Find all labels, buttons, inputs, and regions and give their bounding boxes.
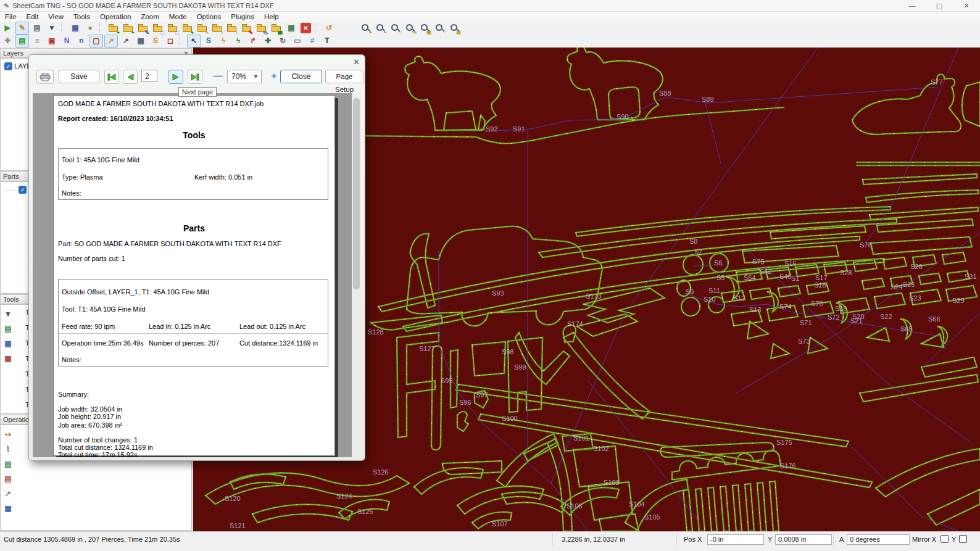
zoom-in-icon[interactable]: + xyxy=(359,22,373,35)
show-rapids-icon[interactable]: ◻ xyxy=(164,35,177,48)
cut-path[interactable] xyxy=(860,375,978,402)
cut-path[interactable] xyxy=(745,484,754,531)
rotate-part-icon[interactable]: ↻ xyxy=(276,35,289,48)
menu-plugins[interactable]: Plugins xyxy=(226,13,259,20)
cut-path[interactable] xyxy=(962,82,980,126)
layer-checkbox[interactable]: ✓ xyxy=(4,62,12,70)
cut-path[interactable] xyxy=(472,342,505,376)
cut-path[interactable] xyxy=(405,56,500,130)
part-checkbox[interactable]: ✓ xyxy=(19,186,27,194)
cut-path[interactable] xyxy=(567,48,663,120)
cut-path[interactable] xyxy=(876,449,980,497)
menu-edit[interactable]: Edit xyxy=(22,13,44,20)
cut-path[interactable] xyxy=(444,111,476,130)
cut-path[interactable] xyxy=(405,56,500,130)
zoom-window-icon[interactable]: □ xyxy=(389,22,402,35)
cut-path[interactable] xyxy=(852,75,961,135)
print-job-icon[interactable]: ▤ xyxy=(30,22,44,35)
scale-part-icon[interactable]: % xyxy=(255,22,268,35)
first-page-button[interactable] xyxy=(104,70,119,84)
zoom-out-icon[interactable]: − xyxy=(374,22,388,35)
cut-path[interactable] xyxy=(414,468,483,494)
cut-path[interactable] xyxy=(577,314,637,336)
delete-part-icon[interactable]: ✕ xyxy=(301,23,311,33)
cut-path[interactable] xyxy=(403,259,884,331)
print-button[interactable] xyxy=(36,70,54,84)
op-jet-out-icon[interactable]: ↦ xyxy=(1,428,15,441)
page-number-input[interactable]: 2 xyxy=(141,70,157,82)
rubber-band-icon[interactable]: ▭ xyxy=(291,35,304,48)
close-button[interactable]: ✕ xyxy=(953,0,980,11)
cut-path[interactable] xyxy=(871,237,972,254)
cut-path[interactable] xyxy=(747,321,768,339)
menu-operation[interactable]: Operation xyxy=(95,13,136,20)
move-start-icon[interactable]: S xyxy=(202,35,215,48)
cut-path[interactable] xyxy=(457,486,544,514)
op-delete-op-icon[interactable]: ▤ xyxy=(1,473,15,486)
cut-path[interactable] xyxy=(539,219,897,257)
quick-cut-add-icon[interactable]: ϟ xyxy=(231,35,245,48)
menu-mode[interactable]: Mode xyxy=(164,13,192,20)
cut-path[interactable] xyxy=(876,449,980,497)
add-part-icon[interactable]: + xyxy=(107,22,120,35)
mirror-x-checkbox[interactable] xyxy=(941,535,949,543)
cut-path[interactable] xyxy=(414,468,483,494)
pos-x-field[interactable]: -0 in xyxy=(707,534,764,545)
cut-path[interactable] xyxy=(355,107,784,144)
move-part-icon[interactable]: ✚ xyxy=(261,35,275,48)
lower-part-icon[interactable]: ↑ xyxy=(225,22,239,35)
show-machine-icon[interactable]: ▦ xyxy=(134,35,147,48)
cut-path[interactable] xyxy=(405,56,500,130)
cut-path[interactable] xyxy=(733,485,742,531)
menu-help[interactable]: Help xyxy=(259,13,284,20)
menu-zoom[interactable]: Zoom xyxy=(136,13,164,20)
close-dialog-button[interactable]: Close xyxy=(280,70,322,83)
cut-path[interactable] xyxy=(478,414,872,487)
edit-contour-icon[interactable]: ↱ xyxy=(246,35,260,48)
show-xy-icon[interactable]: ✚ xyxy=(1,35,14,48)
dialog-close-icon[interactable]: ✕ xyxy=(353,57,360,67)
post-process-icon[interactable]: ▼ xyxy=(45,22,59,35)
quick-cut-icon[interactable]: ϟ xyxy=(217,35,230,48)
nest-parts-icon[interactable]: ▦ xyxy=(270,22,283,35)
cut-path[interactable] xyxy=(860,375,978,402)
minimize-button[interactable]: — xyxy=(899,0,926,11)
zoom-parts-icon[interactable]: % xyxy=(404,22,417,35)
show-layers-icon[interactable]: ▤ xyxy=(15,35,29,48)
cut-path[interactable] xyxy=(478,414,872,487)
cut-path[interactable] xyxy=(876,449,980,497)
edit-job-icon[interactable]: ✎ xyxy=(15,22,29,35)
cut-path[interactable] xyxy=(696,489,705,531)
job-options-icon[interactable]: ≡ xyxy=(30,35,44,48)
undo-icon[interactable]: ↺ xyxy=(322,22,336,35)
cut-path[interactable] xyxy=(683,490,692,531)
cut-path[interactable] xyxy=(599,514,639,531)
previous-page-button[interactable] xyxy=(123,70,138,84)
op-jet-icon[interactable]: ⌇ xyxy=(1,443,15,456)
operator-icon[interactable]: ● xyxy=(83,22,97,35)
add-nest-icon[interactable]: + xyxy=(181,22,194,35)
last-page-button[interactable] xyxy=(188,70,202,84)
rename-part-icon[interactable]: ✎ xyxy=(240,22,254,35)
show-start-points-icon[interactable]: S xyxy=(149,35,162,48)
page-setup-button[interactable]: Page Setup xyxy=(325,70,363,83)
estimate-icon[interactable]: ▦ xyxy=(69,22,82,35)
op-copy-op-icon[interactable]: ▤ xyxy=(1,458,15,471)
show-direction-icon[interactable]: ↗ xyxy=(119,35,133,48)
cut-path[interactable] xyxy=(403,259,884,331)
zoom-in-button[interactable]: + xyxy=(268,70,280,82)
cut-path[interactable] xyxy=(414,468,483,494)
show-open-paths-icon[interactable]: N xyxy=(60,35,73,48)
cut-path[interactable] xyxy=(567,48,663,120)
cut-path[interactable] xyxy=(472,342,505,376)
cut-path[interactable] xyxy=(444,111,476,130)
cut-path[interactable] xyxy=(928,489,980,525)
show-contours-icon[interactable]: ▣ xyxy=(45,35,59,48)
cut-path[interactable] xyxy=(877,219,973,232)
zoom-extents-icon[interactable]: ▣ xyxy=(418,22,432,35)
zoom-machine-icon[interactable]: ▤ xyxy=(448,22,462,35)
snap-icon[interactable]: # xyxy=(305,35,319,48)
zoom-out-button[interactable]: — xyxy=(212,70,224,82)
cut-path[interactable] xyxy=(708,487,717,531)
remove-nest-icon[interactable]: − xyxy=(196,22,209,35)
